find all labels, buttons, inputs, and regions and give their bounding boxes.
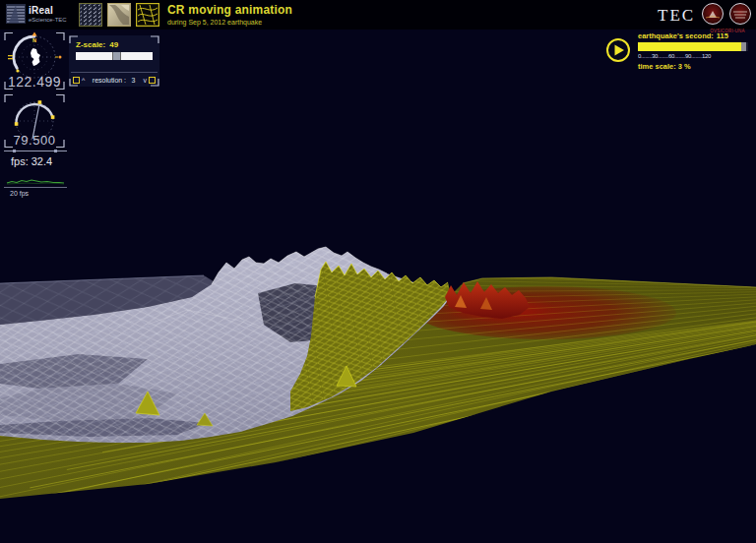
- playback-panel: earthquake's second:115 0........30.....…: [602, 31, 754, 77]
- tilt-handle-right[interactable]: [51, 115, 55, 119]
- page-title: CR moving animation: [167, 4, 292, 16]
- costa-rica-map-icon: [31, 48, 40, 66]
- app-logo: iReal eScience-TEC: [6, 4, 67, 24]
- seconds-progress-fill: [638, 42, 743, 51]
- zscale-panel: Z-scale:49 ^ resolution : 3 v: [69, 35, 159, 87]
- resolution-down-checkbox[interactable]: [149, 77, 156, 84]
- org-caption: OVSICORI-UNA: [699, 30, 756, 34]
- resolution-down-button[interactable]: v: [144, 77, 148, 84]
- zscale-label: Z-scale:: [76, 40, 105, 49]
- tec-logo: TEC: [658, 6, 695, 26]
- yellow-mesh-texture-icon: [136, 3, 159, 27]
- zscale-slider-handle[interactable]: [112, 52, 121, 60]
- fps-label: fps:: [11, 155, 29, 167]
- resolution-row: ^ resolution : 3 v: [73, 75, 156, 85]
- brand-title: iReal: [29, 6, 67, 16]
- ireal-logo-icon: [6, 4, 26, 24]
- tilt-dial[interactable]: 79.500: [4, 93, 65, 149]
- texture-button-group: [79, 3, 159, 27]
- heading-value: 122.499: [4, 74, 65, 90]
- resolution-up-checkbox[interactable]: [73, 77, 80, 84]
- resolution-label: resolution :: [87, 77, 131, 84]
- satellite-terrain-texture-icon: [107, 3, 131, 27]
- zscale-slider[interactable]: [76, 52, 153, 60]
- zscale-value: 49: [109, 40, 118, 49]
- seconds-progress-bar[interactable]: [638, 42, 748, 51]
- texture-button-satellite[interactable]: [107, 3, 131, 27]
- seconds-ruler: 0........30........60........90........1…: [638, 53, 750, 59]
- fps-history-line: [7, 180, 64, 183]
- north-pointer-icon: [32, 32, 37, 36]
- tilt-value: 79.500: [4, 133, 65, 148]
- seconds-progress-thumb[interactable]: [741, 42, 746, 51]
- resolution-up-button[interactable]: ^: [82, 77, 85, 84]
- play-icon: [602, 33, 636, 67]
- heading-dial[interactable]: N 122.499: [4, 31, 65, 90]
- top-bar: iReal eScience-TEC: [0, 0, 756, 30]
- hatched-dark-texture-icon: [79, 3, 102, 27]
- divider: [71, 72, 158, 73]
- brand-subtitle: eScience-TEC: [29, 17, 67, 23]
- time-scale-label: time scale: 3 %: [638, 62, 691, 71]
- org-logos: OVSICORI-UNA: [699, 2, 756, 34]
- fps-baseline-label: 20 fps: [10, 190, 29, 197]
- play-button[interactable]: [602, 33, 636, 67]
- tilt-handle-top[interactable]: [38, 100, 42, 104]
- observatory-logo-icons: [700, 2, 755, 26]
- fps-readout: fps:32.4: [11, 155, 55, 167]
- tilt-handle-left[interactable]: [15, 122, 19, 126]
- resolution-value: 3: [132, 77, 136, 84]
- terrain-3d-viewport[interactable]: [0, 30, 756, 543]
- zscale-label-row: Z-scale:49: [76, 40, 122, 49]
- page-subtitle: during Sep 5, 2012 earthquake: [167, 19, 292, 26]
- window-title: CR moving animation during Sep 5, 2012 e…: [167, 4, 292, 26]
- north-label: N: [32, 37, 36, 43]
- texture-button-mesh[interactable]: [136, 3, 159, 27]
- fps-value: 32.4: [32, 155, 52, 167]
- fps-panel: fps:32.4 20 fps: [4, 150, 67, 201]
- texture-button-hatched[interactable]: [79, 3, 102, 27]
